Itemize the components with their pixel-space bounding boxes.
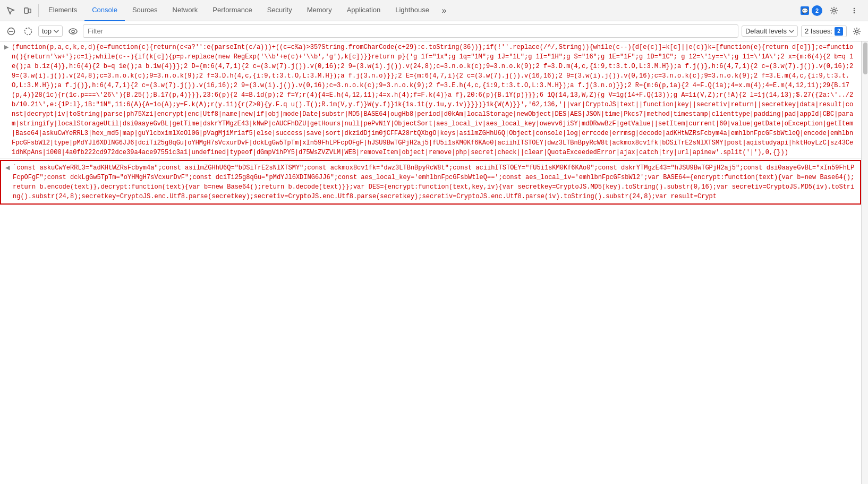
- chevron-down-icon: [54, 30, 59, 33]
- console-log-area[interactable]: ▶ (function(p,a,c,k,e,d){e=function(c){r…: [0, 41, 862, 484]
- svg-point-10: [25, 28, 32, 35]
- svg-point-12: [72, 30, 74, 32]
- context-selector[interactable]: top: [38, 26, 63, 37]
- issues-count-badge: 2: [835, 27, 843, 36]
- more-options-icon[interactable]: [846, 2, 863, 19]
- settings-icon[interactable]: [826, 2, 843, 19]
- secondary-toolbar: top Default levels 2 Issues: 2: [0, 21, 868, 41]
- svg-rect-1: [29, 9, 31, 13]
- tab-console[interactable]: Console: [84, 0, 125, 21]
- inspect-icon[interactable]: [2, 2, 19, 19]
- svg-point-6: [854, 10, 855, 11]
- svg-point-5: [854, 7, 855, 9]
- tab-list: Elements Console Sources Network Perform…: [41, 0, 437, 21]
- highlighted-entry-row: ◀ `const askuCwYeRRL3="adKHtWZRsFcbym4a"…: [5, 163, 856, 201]
- scrollbar-thumb[interactable]: [863, 43, 867, 74]
- console-entry-main: ▶ (function(p,a,c,k,e,d){e=function(c){r…: [0, 41, 861, 159]
- devtools-toolbar: Elements Console Sources Network Perform…: [0, 0, 868, 21]
- device-toggle-icon[interactable]: [19, 2, 36, 19]
- more-tabs-button[interactable]: »: [437, 2, 452, 19]
- highlighted-entry-arrow[interactable]: ◀: [5, 164, 10, 171]
- tab-application[interactable]: Application: [339, 0, 388, 21]
- tab-network[interactable]: Network: [165, 0, 206, 21]
- preserve-log-button[interactable]: [21, 24, 35, 38]
- svg-point-11: [69, 29, 77, 34]
- context-label: top: [42, 27, 52, 35]
- tab-lighthouse[interactable]: Lighthouse: [388, 0, 437, 21]
- svg-point-13: [856, 30, 858, 32]
- tab-memory[interactable]: Memory: [300, 0, 339, 21]
- notification-count: 2: [812, 5, 822, 16]
- tab-security[interactable]: Security: [260, 0, 300, 21]
- notification-button[interactable]: 💬 2: [800, 5, 822, 16]
- issues-badge[interactable]: 2 Issues: 2: [801, 26, 847, 37]
- eye-button[interactable]: [66, 24, 80, 38]
- filter-input[interactable]: [83, 24, 738, 38]
- levels-selector[interactable]: Default levels: [742, 26, 798, 37]
- svg-point-4: [833, 9, 836, 12]
- console-entry-highlighted: ◀ `const askuCwYeRRL3="adKHtWZRsFcbym4a"…: [0, 160, 861, 205]
- issues-label: 2 Issues:: [805, 27, 832, 35]
- scrollbar-area[interactable]: [862, 41, 868, 484]
- svg-point-7: [854, 12, 855, 13]
- levels-chevron-icon: [789, 30, 794, 33]
- toolbar-divider-1: [38, 4, 39, 17]
- console-main-text: (function(p,a,c,k,e,d){e=function(c){ret…: [12, 43, 857, 157]
- tab-performance[interactable]: Performance: [205, 0, 259, 21]
- clear-console-button[interactable]: [4, 24, 18, 38]
- console-highlighted-text: `const askuCwYeRRL3="adKHtWZRsFcbym4a";c…: [13, 163, 856, 201]
- tab-sources[interactable]: Sources: [125, 0, 165, 21]
- console-area: ▶ (function(p,a,c,k,e,d){e=function(c){r…: [0, 41, 868, 484]
- toolbar-right: 💬 2: [800, 2, 866, 19]
- tab-elements[interactable]: Elements: [41, 0, 84, 21]
- console-settings-button[interactable]: [850, 24, 864, 38]
- entry-expand-arrow[interactable]: ▶: [4, 44, 8, 50]
- levels-label: Default levels: [745, 27, 787, 35]
- svg-text:💬: 💬: [802, 7, 809, 14]
- svg-rect-0: [24, 8, 28, 13]
